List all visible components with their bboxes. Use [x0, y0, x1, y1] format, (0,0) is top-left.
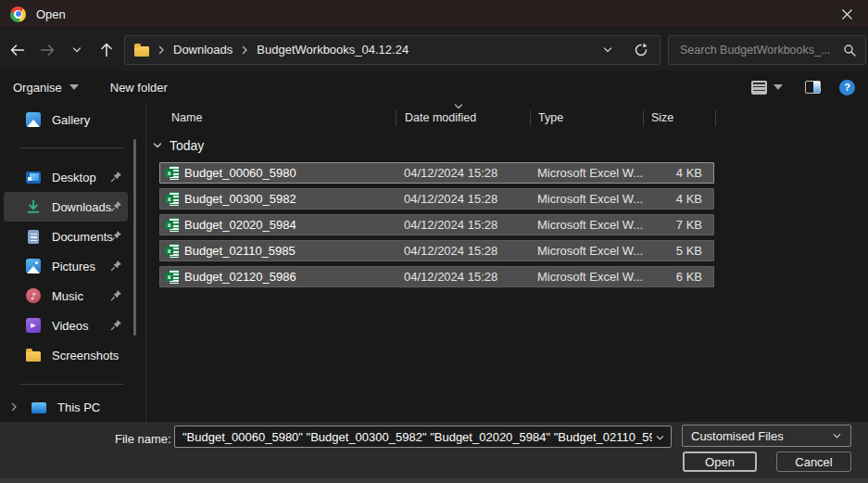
sidebar-item-label: Screenshots [52, 349, 119, 362]
desktop-icon [26, 170, 41, 184]
file-list: Name Date modified Type Size [146, 104, 868, 422]
sidebar-item-gallery[interactable]: Gallery [4, 105, 128, 134]
column-label: Date modified [405, 111, 476, 124]
chevron-down-icon [152, 140, 163, 151]
videos-icon [26, 318, 41, 333]
breadcrumb: Downloads BudgetWorkbooks_04.12.24 [124, 35, 660, 65]
group-label: Today [170, 138, 204, 153]
file-name: Budget_00060_5980 [184, 166, 296, 180]
file-row[interactable]: Budget_02020_5984 04/12/2024 15:28 Micro… [159, 214, 714, 235]
open-button[interactable]: Open [683, 451, 757, 472]
downloads-icon [26, 199, 41, 214]
column-header-date-modified[interactable]: Date modified [396, 104, 531, 132]
sidebar-item-label: Music [52, 289, 83, 303]
file-name: Budget_02110_5985 [184, 244, 296, 258]
file-row[interactable]: Budget_02110_5985 04/12/2024 15:28 Micro… [159, 240, 714, 261]
file-date-modified: 04/12/2024 15:28 [396, 192, 531, 206]
sidebar-item-label: Pictures [52, 260, 95, 273]
close-icon [841, 8, 853, 20]
sort-ascending-icon [454, 104, 463, 109]
file-name-cell: Budget_02110_5985 [160, 244, 396, 258]
file-type-selected-value: Customised Files [691, 429, 784, 443]
back-arrow-icon [9, 43, 26, 57]
back-button[interactable] [6, 37, 30, 63]
chevron-down-icon [71, 44, 82, 56]
file-name-dropdown-button[interactable] [655, 433, 665, 443]
sidebar-item-videos[interactable]: Videos [4, 311, 128, 340]
address-dropdown-button[interactable] [602, 44, 613, 56]
file-row[interactable]: Budget_00060_5980 04/12/2024 15:28 Micro… [159, 162, 714, 184]
file-type: Microsoft Excel W... [531, 244, 644, 258]
expand-chevron-icon[interactable] [9, 402, 19, 412]
column-header-size[interactable]: Size [644, 104, 716, 132]
pin-icon [110, 230, 122, 242]
new-folder-button[interactable]: New folder [110, 81, 168, 95]
file-name-combobox [174, 426, 672, 448]
forward-button[interactable] [35, 37, 59, 63]
column-separator[interactable] [715, 110, 716, 126]
preview-pane-button[interactable] [805, 81, 821, 94]
file-type: Microsoft Excel W... [531, 166, 644, 180]
column-label: Name [171, 111, 202, 124]
breadcrumb-item-current-folder[interactable]: BudgetWorkbooks_04.12.24 [257, 43, 409, 57]
sidebar-item-downloads[interactable]: Downloads [4, 192, 128, 222]
pin-icon [110, 260, 122, 272]
file-size: 5 KB [644, 244, 711, 258]
file-date-modified: 04/12/2024 15:28 [396, 270, 531, 284]
sidebar-divider [19, 384, 124, 385]
up-button[interactable] [94, 37, 119, 63]
column-header-type[interactable]: Type [531, 104, 644, 132]
breadcrumb-item-downloads[interactable]: Downloads [173, 43, 233, 57]
close-button[interactable] [825, 0, 868, 28]
sidebar-item-documents[interactable]: Documents [4, 222, 128, 251]
navigation-pane: Gallery Desktop Downloads Documents [0, 104, 146, 422]
sidebar-item-music[interactable]: Music [4, 281, 128, 311]
cancel-button[interactable]: Cancel [776, 451, 851, 472]
column-header-name[interactable]: Name [159, 104, 396, 132]
file-type: Microsoft Excel W... [531, 270, 644, 284]
documents-icon [26, 229, 41, 244]
pin-icon [110, 289, 122, 301]
chevron-right-icon [240, 45, 249, 55]
sidebar-scrollbar[interactable] [133, 139, 136, 336]
file-type-select[interactable]: Customised Files [682, 425, 851, 447]
group-header-today[interactable]: Today [152, 135, 868, 156]
pin-icon [110, 200, 122, 212]
sidebar-item-label: Videos [52, 319, 89, 333]
chevron-down-icon [602, 44, 613, 56]
column-label: Size [651, 111, 673, 124]
folder-icon [26, 348, 41, 362]
file-row[interactable]: Budget_00300_5982 04/12/2024 15:28 Micro… [159, 188, 714, 210]
chrome-icon [10, 6, 26, 22]
column-headers: Name Date modified Type Size [159, 104, 716, 132]
toolbar-right [751, 80, 855, 95]
change-view-button[interactable] [751, 81, 783, 95]
nav-buttons [0, 37, 124, 63]
sidebar-item-screenshots[interactable]: Screenshots [4, 340, 128, 370]
sidebar-item-label: Downloads [52, 200, 111, 214]
file-name-input[interactable] [175, 430, 671, 444]
sidebar-item-label: Desktop [52, 171, 96, 184]
sidebar-item-this-pc[interactable]: This PC [4, 392, 128, 422]
file-type: Microsoft Excel W... [531, 218, 644, 232]
pin-icon [110, 319, 122, 331]
help-button[interactable] [839, 80, 855, 95]
dropdown-triangle-icon [69, 84, 79, 90]
organise-label: Organise [13, 81, 62, 95]
refresh-button[interactable] [634, 43, 648, 57]
excel-file-icon [165, 270, 179, 284]
sidebar-item-pictures[interactable]: Pictures [4, 251, 128, 281]
file-date-modified: 04/12/2024 15:28 [396, 218, 531, 232]
file-row[interactable]: Budget_02120_5986 04/12/2024 15:28 Micro… [159, 266, 714, 287]
list-view-icon [751, 81, 767, 95]
organise-button[interactable]: Organise [13, 81, 79, 95]
search-input[interactable] [678, 43, 843, 57]
search-icon[interactable] [843, 44, 856, 57]
sidebar-item-desktop[interactable]: Desktop [4, 162, 128, 192]
excel-file-icon [165, 166, 179, 180]
file-name: Budget_02120_5986 [184, 270, 296, 284]
file-name: Budget_02020_5984 [184, 218, 296, 232]
excel-file-icon [165, 218, 179, 232]
title-bar: Open [0, 0, 868, 28]
recent-locations-button[interactable] [65, 37, 89, 63]
